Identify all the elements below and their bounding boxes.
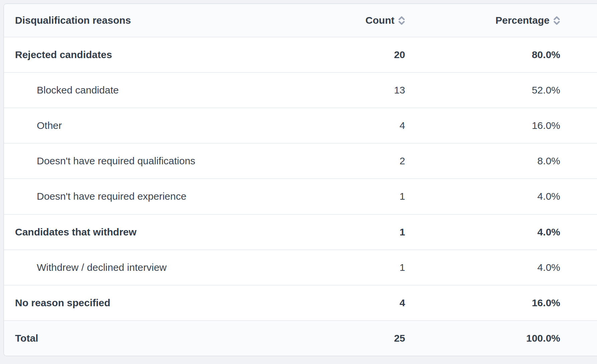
row-percentage: 4.0% [467, 250, 560, 285]
table-row: Candidates that withdrew 1 4.0% [4, 214, 597, 249]
row-label: No reason specified [4, 297, 110, 309]
table-row: Rejected candidates 20 80.0% [4, 37, 597, 72]
row-label: Rejected candidates [4, 49, 112, 60]
row-label: Doesn't have required experience [4, 191, 187, 202]
row-percentage: 16.0% [467, 108, 560, 143]
row-count: 4 [332, 286, 405, 320]
row-percentage: 80.0% [467, 37, 560, 72]
column-header-percentage[interactable]: Percentage [467, 4, 560, 37]
sort-icon[interactable] [553, 16, 560, 25]
row-label: Withdrew / declined interview [4, 262, 167, 273]
table-row: Other 4 16.0% [4, 108, 597, 143]
row-count: 13 [332, 73, 405, 108]
row-count: 1 [332, 179, 405, 214]
table-row: Withdrew / declined interview 1 4.0% [4, 249, 597, 285]
row-count: 4 [332, 108, 405, 143]
column-header-percentage-label: Percentage [495, 15, 550, 26]
row-count: 1 [332, 250, 405, 285]
row-count: 1 [332, 215, 405, 249]
row-count: 2 [332, 144, 405, 178]
disqualification-reasons-table: Disqualification reasons Count Percentag… [3, 3, 597, 356]
row-label: Other [4, 120, 62, 131]
table-row: Total 25 100.0% [4, 320, 597, 356]
row-percentage: 16.0% [467, 286, 560, 320]
table-row: No reason specified 4 16.0% [4, 285, 597, 320]
column-header-reasons: Disqualification reasons [4, 15, 131, 26]
row-count: 25 [332, 321, 405, 356]
table-row: Doesn't have required qualifications 2 8… [4, 143, 597, 178]
table-row: Blocked candidate 13 52.0% [4, 72, 597, 108]
row-percentage: 8.0% [467, 144, 560, 178]
column-header-count-label: Count [365, 15, 394, 26]
row-label: Blocked candidate [4, 84, 119, 96]
row-label: Doesn't have required qualifications [4, 155, 195, 167]
table-body: Rejected candidates 20 80.0% Blocked can… [4, 37, 597, 356]
row-count: 20 [332, 37, 405, 72]
row-percentage: 52.0% [467, 73, 560, 108]
row-label: Total [4, 333, 38, 344]
sort-icon[interactable] [398, 16, 405, 25]
table-header-row: Disqualification reasons Count Percentag… [4, 4, 597, 37]
row-label: Candidates that withdrew [4, 226, 136, 238]
row-percentage: 4.0% [467, 215, 560, 249]
row-percentage: 100.0% [467, 321, 560, 356]
table-row: Doesn't have required experience 1 4.0% [4, 178, 597, 214]
row-percentage: 4.0% [467, 179, 560, 214]
column-header-count[interactable]: Count [332, 4, 405, 37]
